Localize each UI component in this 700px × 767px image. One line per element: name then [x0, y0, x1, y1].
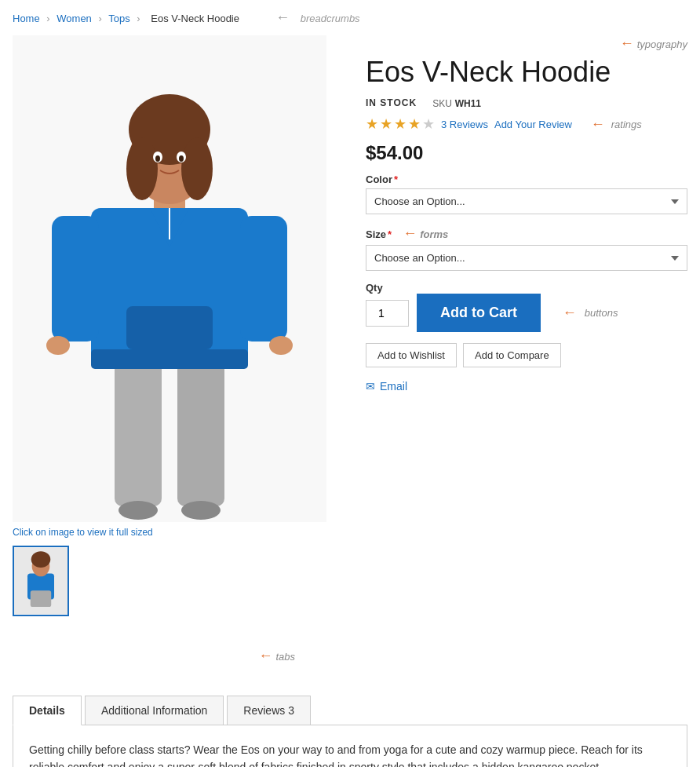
breadcrumb-arrow: ←	[275, 9, 290, 25]
typography-annotation-row: ← typography	[366, 35, 687, 52]
svg-rect-6	[91, 349, 248, 369]
tab-reviews[interactable]: Reviews 3	[227, 696, 311, 725]
buttons-arrow: ←	[563, 305, 577, 321]
svg-point-26	[31, 551, 51, 568]
star-2: ★	[380, 115, 392, 133]
tab-additional-info[interactable]: Additional Information	[85, 696, 224, 725]
typography-annotation: typography	[637, 38, 687, 50]
svg-rect-5	[240, 216, 287, 341]
star-5: ★	[422, 115, 435, 133]
size-label: Size* ← forms	[366, 225, 687, 242]
breadcrumb-annotation: breadcrumbs	[301, 13, 360, 24]
breadcrumb-sep-1: ›	[46, 13, 49, 24]
tabs-section: Details Additional Information Reviews 3…	[0, 680, 700, 767]
svg-point-17	[155, 155, 160, 162]
tabs-annotation-row: ← tabs	[13, 648, 342, 664]
forms-arrow: ←	[403, 225, 417, 241]
size-field: Size* ← forms Choose an Option... XS S M…	[366, 225, 687, 282]
product-info-column: ← typography Eos V-Neck Hoodie IN STOCK …	[366, 35, 687, 664]
add-to-compare-button[interactable]: Add to Compare	[463, 343, 561, 367]
ratings-arrow: ←	[591, 116, 605, 133]
breadcrumb-women[interactable]: Women	[57, 13, 92, 24]
svg-point-14	[181, 137, 213, 200]
star-rating: ★ ★ ★ ★ ★	[366, 115, 435, 133]
svg-point-13	[126, 137, 158, 200]
ratings-annotation: ratings	[611, 119, 642, 130]
color-select[interactable]: Choose an Option... Blue Red Green	[366, 188, 687, 214]
color-required: *	[394, 173, 398, 185]
qty-cart-row: Add to Cart ← buttons	[366, 294, 687, 332]
product-image-svg	[13, 35, 326, 522]
secondary-actions: Add to Wishlist Add to Compare	[366, 343, 687, 367]
product-title: Eos V-Neck Hoodie	[366, 55, 687, 89]
add-to-wishlist-button[interactable]: Add to Wishlist	[366, 343, 457, 367]
svg-point-19	[46, 336, 70, 355]
color-label: Color*	[366, 173, 687, 185]
buttons-annotation: buttons	[585, 307, 618, 319]
tab-details-text: Getting chilly before class starts? Wear…	[29, 741, 671, 767]
product-section: Click on image to view it full sized ← t…	[0, 35, 700, 680]
breadcrumb-current: Eos V-Neck Hoodie	[151, 13, 239, 24]
reviews-link[interactable]: 3 Reviews	[441, 119, 488, 130]
svg-rect-4	[52, 216, 99, 341]
product-price: $54.00	[366, 142, 687, 164]
qty-section: Qty Add to Cart ← buttons	[366, 282, 687, 332]
tabs-nav: Details Additional Information Reviews 3	[13, 696, 687, 725]
svg-rect-2	[177, 349, 224, 506]
qty-label: Qty	[366, 282, 687, 294]
svg-rect-7	[126, 306, 213, 349]
thumbnail-image-1	[14, 547, 67, 615]
svg-point-20	[269, 336, 293, 355]
tab-details[interactable]: Details	[13, 696, 82, 725]
tabs-arrow: ←	[259, 648, 273, 663]
size-required: *	[388, 228, 392, 240]
sku-label: SKU	[432, 98, 452, 109]
image-caption[interactable]: Click on image to view it full sized	[13, 527, 342, 538]
thumbnail-list	[13, 546, 342, 616]
size-select[interactable]: Choose an Option... XS S M L XL	[366, 245, 687, 271]
stock-status: IN STOCK	[366, 97, 417, 108]
breadcrumb: Home › Women › Tops › Eos V-Neck Hoodie …	[0, 0, 700, 35]
svg-point-21	[118, 501, 158, 520]
svg-rect-1	[115, 349, 162, 506]
color-field: Color* Choose an Option... Blue Red Gree…	[366, 173, 687, 225]
add-to-cart-button[interactable]: Add to Cart	[417, 294, 541, 332]
sku-row: SKU WH11	[432, 97, 481, 109]
thumbnail-1[interactable]	[13, 546, 69, 616]
breadcrumb-tops[interactable]: Tops	[108, 13, 129, 24]
breadcrumb-sep-3: ›	[137, 13, 140, 24]
breadcrumb-sep-2: ›	[98, 13, 101, 24]
product-image-column: Click on image to view it full sized ← t…	[13, 35, 342, 664]
star-3: ★	[394, 115, 407, 133]
star-1: ★	[366, 115, 378, 133]
add-review-link[interactable]: Add Your Review	[494, 119, 572, 130]
svg-point-18	[179, 155, 184, 162]
email-link[interactable]: Email	[380, 380, 407, 393]
rating-row: ★ ★ ★ ★ ★ 3 Reviews Add Your Review ← ra…	[366, 115, 687, 133]
tabs-annotation: tabs	[275, 651, 295, 663]
product-main-image[interactable]	[13, 35, 326, 522]
breadcrumb-home[interactable]: Home	[13, 13, 40, 24]
svg-rect-27	[31, 590, 51, 607]
email-row: ✉ Email	[366, 380, 687, 393]
email-icon: ✉	[366, 380, 375, 393]
typography-arrow: ←	[620, 35, 634, 51]
svg-point-22	[181, 501, 221, 520]
star-4: ★	[408, 115, 421, 133]
qty-input[interactable]	[366, 300, 409, 327]
tab-content-details: Getting chilly before class starts? Wear…	[13, 725, 687, 767]
forms-annotation: forms	[420, 228, 448, 240]
sku-value: WH11	[455, 98, 481, 109]
product-meta: IN STOCK SKU WH11	[366, 97, 687, 109]
